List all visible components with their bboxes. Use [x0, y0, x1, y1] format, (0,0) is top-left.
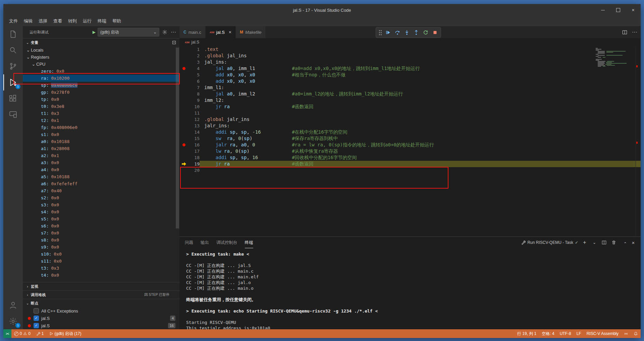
register-row[interactable]: s6:0x0 [23, 222, 179, 229]
terminal-dropdown-chevron-icon[interactable]: ⌄ [591, 239, 598, 246]
eol-sequence[interactable]: LF [574, 329, 584, 338]
code-text[interactable]: imm_l1: [200, 84, 636, 91]
activity-search[interactable] [3, 42, 23, 58]
code-text[interactable] [200, 110, 636, 116]
sidebar-scrollbar[interactable] [176, 48, 179, 228]
menu-item[interactable]: 文件 [6, 18, 21, 24]
variables-header[interactable]: ⌄ 变量 [23, 38, 179, 47]
register-row[interactable]: a5:0x10188 [23, 173, 179, 180]
code-text[interactable]: .global jal_ins [200, 53, 636, 59]
register-row[interactable]: zero:0x0 [23, 68, 179, 75]
terminal-task[interactable]: Run RISCV-QEMU - Task ✓ [521, 240, 578, 245]
code-text[interactable]: jalr ra, a0, 0 #ra = lw ra, 0(sp)指令的地址，跳… [200, 142, 636, 148]
code-text[interactable]: sw ra, 0(sp) #保存ra寄存器到栈中 [200, 135, 636, 142]
register-row[interactable]: s1:0x0 [23, 131, 179, 138]
menu-item[interactable]: 帮助 [109, 18, 124, 24]
register-row[interactable]: s7:0x0 [23, 229, 179, 236]
step-out-button[interactable] [412, 28, 420, 37]
menu-item[interactable]: 终端 [95, 18, 109, 24]
overview-ruler[interactable] [636, 46, 641, 236]
code-text[interactable]: jal a0, imm_l2 #a0=imm_l2的地址，跳转到imm_l2地址… [200, 91, 636, 97]
breakpoint-gutter[interactable] [179, 142, 188, 148]
menu-item[interactable]: 转到 [65, 18, 80, 24]
code-text[interactable]: addi sp, sp, -16 #在栈中分配16字节的空间 [200, 129, 636, 135]
tab-main.c[interactable]: Cmain.c [179, 26, 206, 38]
code-text[interactable]: jal_ins: [200, 59, 636, 65]
register-row[interactable]: t4:0x0 [23, 272, 179, 279]
kill-terminal-button[interactable] [610, 239, 617, 246]
menu-item[interactable]: 选择 [36, 18, 50, 24]
activity-remote-explorer[interactable] [3, 107, 23, 123]
register-row[interactable]: gp:0x278f0 [23, 89, 179, 96]
register-row[interactable]: fp:0x408006e0 [23, 124, 179, 131]
launch-config-dropdown[interactable]: (gdb) 启动 ⌄ [98, 28, 159, 37]
scope-row[interactable]: ⌄Locals [23, 47, 179, 54]
code-text[interactable]: add x0, x0, x0 #相当于nop，什么也不做 [200, 72, 636, 78]
start-debug-button[interactable]: ▶ [93, 30, 96, 35]
activity-explorer[interactable] [3, 26, 23, 42]
menu-item[interactable]: 编辑 [21, 18, 36, 24]
activity-run-debug[interactable]: 1 [3, 74, 23, 90]
breakpoint-row[interactable]: ✓jal.S16 [23, 322, 179, 329]
code-text[interactable]: jr ra #函数返回 [200, 161, 636, 167]
broadcast-indicator[interactable] [621, 329, 631, 338]
language-mode[interactable]: RISC-V Assembly [584, 329, 621, 338]
code-text[interactable]: jalr_ins: [200, 123, 636, 129]
panel-tab-问题[interactable]: 问题 [185, 237, 193, 248]
register-row[interactable]: s9:0x0 [23, 244, 179, 251]
notifications-button[interactable] [631, 329, 641, 338]
minimize-button[interactable] [595, 4, 610, 16]
encoding[interactable]: UTF-8 [557, 329, 574, 338]
breakpoint-checkbox[interactable] [34, 308, 39, 314]
close-panel-button[interactable]: × [630, 239, 637, 246]
activity-account[interactable] [3, 297, 23, 313]
register-row[interactable]: s8:0x0 [23, 236, 179, 244]
menu-item[interactable]: 运行 [80, 18, 95, 24]
scope-row[interactable]: ⌄CPU [23, 61, 179, 68]
running-tasks-indicator[interactable]: 1 [33, 329, 47, 338]
activity-extensions[interactable] [3, 90, 23, 107]
remote-indicator[interactable]: >< [3, 329, 11, 338]
tab-jal.S[interactable]: ASMjal.S× [206, 26, 236, 38]
register-row[interactable]: a4:0x0 [23, 166, 179, 173]
code-text[interactable]: lw ra, 0(sp) #从栈中恢复ra寄存器 [200, 148, 636, 154]
breakpoint-gutter[interactable] [179, 65, 188, 72]
drag-handle-icon[interactable] [379, 30, 380, 31]
code-text[interactable]: imm_l2: [200, 97, 636, 104]
register-row[interactable]: ra:0x10200 [23, 75, 179, 82]
debug-session-indicator[interactable]: (gdb) 启动 (17) [47, 329, 84, 338]
more-actions-button[interactable]: ··· [631, 29, 638, 36]
cursor-position[interactable]: 行 19, 列 1 [515, 329, 539, 338]
problems-indicator[interactable]: 0 ⚠ 0 [11, 329, 33, 338]
breadcrumb[interactable]: ASM jal.S [179, 38, 641, 46]
maximize-panel-chevron-icon[interactable]: ⌄ [620, 239, 627, 246]
watch-header[interactable]: › 监视 [23, 282, 179, 290]
register-row[interactable]: s11:0x0 [23, 258, 179, 265]
close-button[interactable]: × [626, 4, 641, 16]
debug-settings-button[interactable] [161, 29, 168, 36]
breakpoint-checkbox[interactable]: ✓ [34, 316, 39, 321]
breakpoint-row[interactable]: ✓jal.S4 [23, 315, 179, 322]
stop-button[interactable] [431, 28, 439, 37]
register-row[interactable]: t1:0x3 [23, 110, 179, 117]
code-text[interactable]: jal a0, imm_l1 #a0=add x0,x0,x0的地址，跳转到im… [200, 65, 636, 72]
code-text[interactable] [200, 167, 636, 174]
scope-row[interactable]: ⌄Registers [23, 54, 179, 61]
register-row[interactable]: s3:0x0 [23, 201, 179, 208]
maximize-button[interactable] [610, 4, 626, 16]
split-editor-button[interactable] [621, 29, 628, 36]
menu-item[interactable]: 查看 [50, 18, 65, 24]
register-row[interactable]: a2:0x1 [23, 152, 179, 159]
register-row[interactable]: s2:0x0 [23, 194, 179, 201]
register-row[interactable]: s5:0x0 [23, 215, 179, 222]
code-text[interactable]: .text [200, 46, 636, 53]
activity-source-control[interactable] [3, 58, 23, 74]
register-row[interactable]: sp:0x408006c0 [23, 82, 179, 89]
indentation[interactable]: 空格: 4 [539, 329, 557, 338]
register-row[interactable]: s4:0x0 [23, 208, 179, 215]
register-row[interactable]: a7:0x40 [23, 187, 179, 194]
restart-button[interactable] [422, 28, 430, 37]
step-over-button[interactable] [393, 28, 401, 37]
register-row[interactable]: s10:0x0 [23, 251, 179, 258]
breakpoint-row[interactable]: All C++ Exceptions [23, 307, 179, 315]
